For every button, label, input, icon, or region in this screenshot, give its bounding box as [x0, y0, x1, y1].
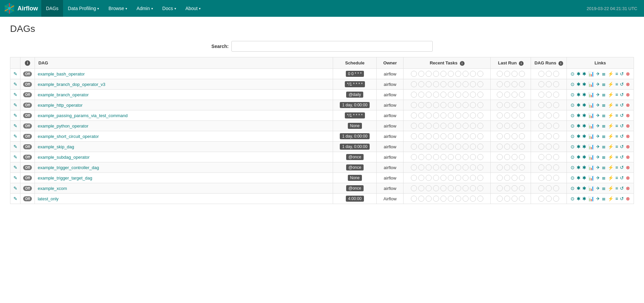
trigger-dag-icon[interactable]: ⊙ — [571, 144, 575, 149]
toggle-switch[interactable]: Off — [23, 175, 32, 181]
calendar-icon[interactable]: ≡ — [615, 175, 618, 181]
tree-view-icon[interactable]: ≣ — [602, 175, 606, 181]
retry-icon[interactable]: ✱ — [582, 134, 586, 139]
delete-icon[interactable]: ⊗ — [626, 82, 630, 87]
dag-name-link[interactable]: example_trigger_target_dag — [38, 175, 92, 181]
retry-icon[interactable]: ✱ — [582, 144, 586, 149]
graph-view-icon[interactable]: ⚡ — [608, 113, 613, 118]
landing-times-icon[interactable]: 📊 — [588, 123, 594, 129]
code-icon[interactable]: ↺ — [620, 102, 624, 108]
retry-icon[interactable]: ✱ — [582, 113, 586, 118]
toggle-switch[interactable]: Off — [23, 134, 32, 139]
edit-icon[interactable]: ✎ — [13, 144, 17, 149]
retry-icon[interactable]: ✱ — [582, 196, 586, 201]
dag-name-link[interactable]: example_passing_params_via_test_command — [38, 113, 127, 118]
tree-view-icon[interactable]: ≣ — [602, 154, 606, 160]
tree-view-icon[interactable]: ≣ — [602, 82, 606, 87]
dag-name-link[interactable]: latest_only — [38, 196, 58, 201]
gantt-icon[interactable]: ✈ — [596, 71, 600, 77]
trigger-dag-icon[interactable]: ⊙ — [571, 113, 575, 118]
graph-view-icon[interactable]: ⚡ — [608, 82, 613, 87]
task-duration-icon[interactable]: ✱ — [577, 113, 581, 118]
retry-icon[interactable]: ✱ — [582, 92, 586, 97]
retry-icon[interactable]: ✱ — [582, 102, 586, 108]
gantt-icon[interactable]: ✈ — [596, 175, 600, 181]
trigger-dag-icon[interactable]: ⊙ — [571, 175, 575, 181]
gantt-icon[interactable]: ✈ — [596, 154, 600, 160]
toggle-switch[interactable]: Off — [23, 186, 32, 191]
trigger-dag-icon[interactable]: ⊙ — [571, 82, 575, 87]
gantt-icon[interactable]: ✈ — [596, 113, 600, 118]
landing-times-icon[interactable]: 📊 — [588, 102, 594, 108]
dag-name-link[interactable]: example_python_operator — [38, 123, 88, 129]
code-icon[interactable]: ↺ — [620, 92, 624, 97]
task-duration-icon[interactable]: ✱ — [577, 144, 581, 149]
code-icon[interactable]: ↺ — [620, 186, 624, 191]
toggle-switch[interactable]: Off — [23, 82, 32, 87]
edit-icon[interactable]: ✎ — [13, 113, 17, 118]
dag-name-link[interactable]: example_branch_dop_operator_v3 — [38, 82, 105, 87]
code-icon[interactable]: ↺ — [620, 196, 624, 201]
gantt-icon[interactable]: ✈ — [596, 92, 600, 97]
delete-icon[interactable]: ⊗ — [626, 175, 630, 181]
edit-icon[interactable]: ✎ — [13, 82, 17, 87]
delete-icon[interactable]: ⊗ — [626, 92, 630, 97]
task-duration-icon[interactable]: ✱ — [577, 92, 581, 97]
code-icon[interactable]: ↺ — [620, 123, 624, 129]
dag-name-link[interactable]: example_trigger_controller_dag — [38, 165, 99, 170]
graph-view-icon[interactable]: ⚡ — [608, 186, 613, 191]
nav-browse[interactable]: Browse ▾ — [104, 0, 132, 17]
delete-icon[interactable]: ⊗ — [626, 144, 630, 149]
trigger-dag-icon[interactable]: ⊙ — [571, 165, 575, 170]
calendar-icon[interactable]: ≡ — [615, 71, 618, 77]
landing-times-icon[interactable]: 📊 — [588, 113, 594, 118]
calendar-icon[interactable]: ≡ — [615, 113, 618, 118]
trigger-dag-icon[interactable]: ⊙ — [571, 134, 575, 139]
tree-view-icon[interactable]: ≣ — [602, 165, 606, 170]
calendar-icon[interactable]: ≡ — [615, 82, 618, 87]
graph-view-icon[interactable]: ⚡ — [608, 123, 613, 129]
toggle-switch[interactable]: Off — [23, 196, 32, 201]
calendar-icon[interactable]: ≡ — [615, 144, 618, 149]
recent-tasks-info-icon[interactable]: i — [460, 61, 465, 66]
retry-icon[interactable]: ✱ — [582, 123, 586, 129]
task-duration-icon[interactable]: ✱ — [577, 175, 581, 181]
task-duration-icon[interactable]: ✱ — [577, 123, 581, 129]
task-duration-icon[interactable]: ✱ — [577, 154, 581, 160]
landing-times-icon[interactable]: 📊 — [588, 175, 594, 181]
dag-name-link[interactable]: example_skip_dag — [38, 144, 74, 149]
delete-icon[interactable]: ⊗ — [626, 186, 630, 191]
tree-view-icon[interactable]: ≣ — [602, 123, 606, 129]
tree-view-icon[interactable]: ≣ — [602, 71, 606, 77]
retry-icon[interactable]: ✱ — [582, 186, 586, 191]
dag-name-link[interactable]: example_short_circuit_operator — [38, 134, 99, 139]
delete-icon[interactable]: ⊗ — [626, 113, 630, 118]
nav-docs[interactable]: Docs ▾ — [158, 0, 181, 17]
code-icon[interactable]: ↺ — [620, 134, 624, 139]
trigger-dag-icon[interactable]: ⊙ — [571, 102, 575, 108]
calendar-icon[interactable]: ≡ — [615, 123, 618, 129]
search-input[interactable] — [231, 41, 433, 52]
trigger-dag-icon[interactable]: ⊙ — [571, 123, 575, 129]
nav-dags[interactable]: DAGs — [41, 0, 63, 17]
task-duration-icon[interactable]: ✱ — [577, 186, 581, 191]
task-duration-icon[interactable]: ✱ — [577, 71, 581, 77]
landing-times-icon[interactable]: 📊 — [588, 196, 594, 201]
calendar-icon[interactable]: ≡ — [615, 154, 618, 160]
graph-view-icon[interactable]: ⚡ — [608, 144, 613, 149]
tree-view-icon[interactable]: ≣ — [602, 113, 606, 118]
nav-about[interactable]: About ▾ — [181, 0, 206, 17]
trigger-dag-icon[interactable]: ⊙ — [571, 71, 575, 77]
edit-icon[interactable]: ✎ — [13, 165, 17, 170]
toggle-switch[interactable]: Off — [23, 71, 32, 77]
calendar-icon[interactable]: ≡ — [615, 102, 618, 108]
toggle-switch[interactable]: Off — [23, 92, 32, 97]
retry-icon[interactable]: ✱ — [582, 154, 586, 160]
gantt-icon[interactable]: ✈ — [596, 134, 600, 139]
dag-name-link[interactable]: example_xcom — [38, 186, 67, 191]
landing-times-icon[interactable]: 📊 — [588, 165, 594, 170]
tree-view-icon[interactable]: ≣ — [602, 102, 606, 108]
brand-logo[interactable]: Airflow — [3, 2, 38, 14]
delete-icon[interactable]: ⊗ — [626, 134, 630, 139]
edit-icon[interactable]: ✎ — [13, 134, 17, 139]
